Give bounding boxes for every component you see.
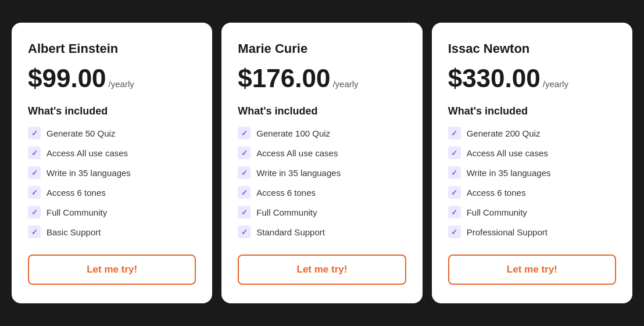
feature-item: Full Community — [238, 206, 406, 218]
price-amount: $99.00 — [28, 66, 106, 91]
cta-button[interactable]: Let me try! — [448, 255, 616, 285]
price-period: /yearly — [109, 79, 134, 89]
feature-item: Generate 100 Quiz — [238, 127, 406, 139]
feature-text: Access All use cases — [467, 148, 548, 158]
price-row: $176.00/yearly — [238, 66, 406, 91]
feature-item: Standard Support — [238, 225, 406, 238]
checkmark-icon — [238, 146, 251, 159]
price-row: $99.00/yearly — [28, 66, 196, 91]
included-title: What's included — [238, 105, 406, 117]
features-list: Generate 200 QuizAccess All use casesWri… — [448, 127, 616, 238]
feature-item: Write in 35 languages — [238, 166, 406, 179]
checkmark-icon — [448, 127, 461, 139]
feature-item: Access 6 tones — [238, 186, 406, 199]
plan-name: Marie Curie — [238, 41, 406, 56]
feature-text: Professional Support — [467, 227, 548, 237]
feature-text: Access 6 tones — [256, 188, 316, 198]
feature-text: Full Community — [467, 207, 527, 217]
feature-text: Write in 35 languages — [46, 168, 131, 178]
checkmark-icon — [28, 206, 41, 218]
price-amount: $176.00 — [238, 66, 330, 91]
checkmark-icon — [448, 166, 461, 179]
feature-text: Generate 200 Quiz — [467, 128, 541, 138]
feature-text: Write in 35 languages — [467, 168, 551, 178]
feature-text: Access All use cases — [256, 148, 338, 158]
checkmark-icon — [238, 186, 251, 199]
feature-item: Generate 50 Quiz — [28, 127, 196, 139]
checkmark-icon — [238, 166, 251, 179]
checkmark-icon — [28, 225, 41, 238]
feature-text: Access 6 tones — [467, 188, 526, 198]
feature-item: Access All use cases — [28, 146, 196, 159]
feature-item: Access 6 tones — [28, 186, 196, 199]
feature-text: Write in 35 languages — [256, 168, 341, 178]
cta-button[interactable]: Let me try! — [238, 255, 406, 285]
feature-item: Write in 35 languages — [448, 166, 616, 179]
checkmark-icon — [448, 225, 461, 238]
features-list: Generate 100 QuizAccess All use casesWri… — [238, 127, 406, 238]
included-title: What's included — [448, 105, 616, 117]
checkmark-icon — [238, 127, 251, 139]
cta-button[interactable]: Let me try! — [28, 255, 196, 285]
feature-item: Access All use cases — [448, 146, 616, 159]
plan-name: Albert Einstein — [28, 41, 196, 56]
feature-item: Generate 200 Quiz — [448, 127, 616, 139]
feature-text: Standard Support — [256, 227, 325, 237]
price-period: /yearly — [332, 79, 358, 89]
feature-text: Basic Support — [46, 227, 101, 237]
feature-item: Access All use cases — [238, 146, 406, 159]
plan-name: Issac Newton — [448, 41, 616, 56]
checkmark-icon — [28, 186, 41, 199]
feature-item: Full Community — [448, 206, 616, 218]
checkmark-icon — [238, 206, 251, 218]
feature-item: Full Community — [28, 206, 196, 218]
included-title: What's included — [28, 105, 196, 117]
checkmark-icon — [28, 127, 41, 139]
checkmark-icon — [238, 225, 251, 238]
feature-item: Access 6 tones — [448, 186, 616, 199]
feature-item: Write in 35 languages — [28, 166, 196, 179]
feature-text: Access All use cases — [46, 148, 128, 158]
price-amount: $330.00 — [448, 66, 541, 91]
pricing-card-albert-einstein: Albert Einstein$99.00/yearlyWhat's inclu… — [12, 23, 212, 303]
feature-item: Basic Support — [28, 225, 196, 238]
feature-item: Professional Support — [448, 225, 616, 238]
checkmark-icon — [28, 166, 41, 179]
price-row: $330.00/yearly — [448, 66, 616, 91]
checkmark-icon — [28, 146, 41, 159]
checkmark-icon — [448, 186, 461, 199]
feature-text: Access 6 tones — [46, 188, 106, 198]
checkmark-icon — [448, 206, 461, 218]
feature-text: Generate 50 Quiz — [46, 128, 115, 138]
feature-text: Generate 100 Quiz — [256, 128, 330, 138]
feature-text: Full Community — [46, 207, 107, 217]
checkmark-icon — [448, 146, 461, 159]
price-period: /yearly — [543, 79, 568, 89]
pricing-card-marie-curie: Marie Curie$176.00/yearlyWhat's included… — [221, 23, 422, 303]
feature-text: Full Community — [256, 207, 317, 217]
pricing-card-issac-newton: Issac Newton$330.00/yearlyWhat's include… — [432, 23, 632, 303]
features-list: Generate 50 QuizAccess All use casesWrit… — [28, 127, 196, 238]
pricing-container: Albert Einstein$99.00/yearlyWhat's inclu… — [12, 23, 632, 303]
